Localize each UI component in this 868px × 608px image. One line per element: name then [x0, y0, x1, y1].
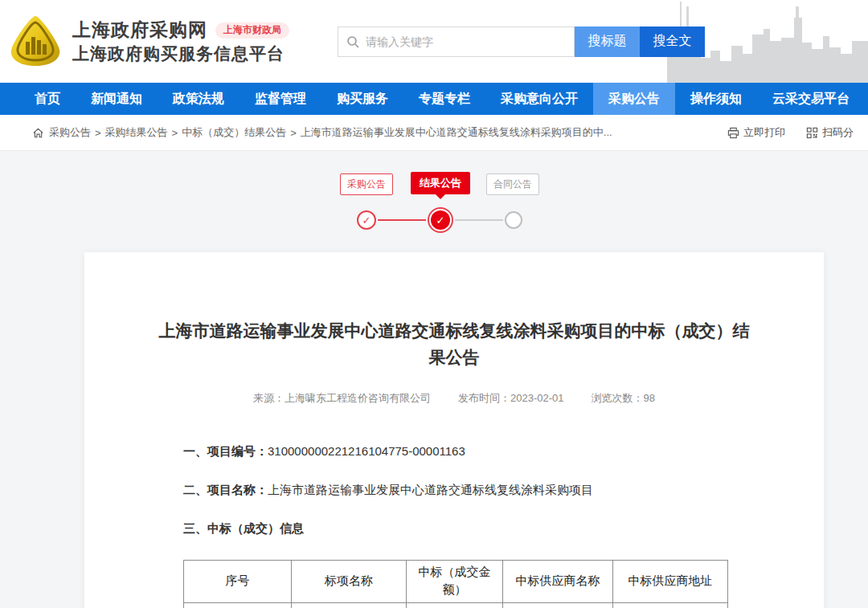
col-header-supplier-address: 中标供应商地址	[613, 561, 728, 603]
nav-item-intent[interactable]: 采购意向公开	[485, 83, 593, 115]
meta-time-label: 发布时间：	[458, 392, 510, 404]
cell-item-name: 道路交通标线复划涂料采购（普通溶剂型）	[292, 602, 407, 608]
search-fulltext-button[interactable]: 搜全文	[640, 27, 705, 57]
meta-publish-time: 发布时间：2023-02-01	[458, 391, 564, 406]
table-header-row: 序号 标项名称 中标（成交金额） 中标供应商名称 中标供应商地址	[184, 561, 728, 603]
table-row: 1 道路交通标线复划涂料采购（普通溶剂型） 7380720.00元 天途路业集团…	[184, 602, 728, 608]
section-value: 上海市道路运输事业发展中心道路交通标线复线涂料采购项目	[268, 483, 593, 496]
crumb-announcements[interactable]: 采购公告	[49, 125, 91, 140]
col-header-amount: 中标（成交金额）	[407, 561, 503, 603]
meta-views: 浏览次数：98	[592, 391, 655, 406]
article-meta: 来源：上海啸东工程造价咨询有限公司 发布时间：2023-02-01 浏览次数：9…	[84, 391, 824, 406]
nav-item-guide[interactable]: 操作须知	[675, 83, 757, 115]
site-logo-icon	[6, 13, 64, 71]
section-project-name: 二、项目名称：上海市道路运输事业发展中心道路交通标线复线涂料采购项目	[183, 483, 824, 498]
main-nav: 首页 新闻通知 政策法规 监督管理 购买服务 专题专栏 采购意向公开 采购公告 …	[0, 83, 868, 115]
cell-supplier: 天途路业集团有限公司	[503, 602, 613, 608]
crumb-separator: >	[290, 127, 297, 139]
search-title-button[interactable]: 搜标题	[575, 27, 640, 57]
crumb-separator: >	[95, 127, 101, 139]
qr-share-label: 扫码分	[822, 125, 854, 140]
nav-item-cloud-trading[interactable]: 云采交易平台	[757, 83, 865, 115]
page-title: 上海市道路运输事业发展中心道路交通标线复线涂料采购项目的中标（成交）结果公告	[84, 318, 824, 370]
header-text: 中标供应商地址	[628, 573, 713, 590]
col-header-index: 序号	[184, 561, 292, 603]
section-label: 三、中标（成交）信息	[183, 521, 304, 535]
meta-source-value: 上海啸东工程造价咨询有限公司	[285, 392, 431, 404]
printer-icon	[727, 127, 739, 139]
steps-track: ✓ ✓	[338, 207, 530, 233]
section-award-info: 三、中标（成交）信息	[183, 521, 824, 537]
breadcrumb-bar: 采购公告 > 采购结果公告 > 中标（成交）结果公告 > 上海市道路运输事业发展…	[0, 115, 868, 151]
header-text: 中标供应商名称	[516, 573, 600, 590]
section-label: 一、项目编号：	[183, 444, 268, 458]
search-icon	[346, 35, 359, 48]
meta-views-label: 浏览次数：	[592, 392, 644, 404]
section-project-number: 一、项目编号：310000000221216104775-00001163	[183, 444, 824, 459]
crumb-separator: >	[172, 127, 178, 139]
site-title-block: 上海政府采购网 上海市财政局 上海政府购买服务信息平台	[72, 18, 289, 64]
step-circle-pending-icon	[505, 211, 522, 229]
qr-share-button[interactable]: 扫码分	[806, 125, 854, 140]
step-circle-done-icon: ✓	[357, 210, 376, 230]
crumb-result-announcements[interactable]: 采购结果公告	[105, 125, 168, 140]
article-sections: 一、项目编号：310000000221216104775-00001163 二、…	[183, 444, 824, 537]
section-value: 310000000221216104775-00001163	[268, 444, 465, 458]
nav-item-policy[interactable]: 政策法规	[158, 83, 240, 115]
meta-source: 来源：上海啸东工程造价咨询有限公司	[253, 391, 431, 406]
nav-item-special[interactable]: 专题专栏	[403, 83, 485, 115]
search-input[interactable]	[366, 35, 566, 48]
announcement-card: 上海市道路运输事业发展中心道路交通标线复线涂料采购项目的中标（成交）结果公告 来…	[84, 252, 824, 608]
authority-badge: 上海市财政局	[215, 22, 289, 39]
qr-code-icon	[806, 127, 818, 139]
check-icon: ✓	[431, 210, 450, 230]
award-result-table: 序号 标项名称 中标（成交金额） 中标供应商名称 中标供应商地址 1 道路交通标…	[183, 560, 728, 608]
home-icon	[32, 127, 44, 139]
col-header-supplier: 中标供应商名称	[503, 561, 613, 603]
step-connector-red	[378, 219, 426, 221]
site-header: 上海政府采购网 上海市财政局 上海政府购买服务信息平台 搜标题 搜全文	[0, 0, 868, 83]
step-label-procurement[interactable]: 采购公告	[340, 173, 393, 195]
meta-views-value: 98	[644, 392, 655, 404]
print-button[interactable]: 立即打印	[727, 125, 785, 140]
crumb-current-page: 上海市道路运输事业发展中心道路交通标线复线涂料采购项目的中...	[301, 125, 612, 140]
cell-amount: 7380720.00元	[407, 602, 503, 608]
nav-item-purchase-service[interactable]: 购买服务	[321, 83, 403, 115]
nav-item-announcements[interactable]: 采购公告	[593, 83, 675, 115]
print-label: 立即打印	[743, 125, 785, 140]
step-connector-gray	[455, 219, 503, 221]
search-bar: 搜标题 搜全文	[338, 27, 705, 57]
nav-item-home[interactable]: 首页	[19, 83, 76, 115]
meta-time-value: 2023-02-01	[510, 392, 564, 404]
cell-index: 1	[184, 602, 292, 608]
announcement-steps: 采购公告 结果公告 合同公告 ✓ ✓	[338, 172, 530, 238]
nav-item-news[interactable]: 新闻通知	[76, 83, 158, 115]
header-text: 标项名称	[325, 573, 373, 590]
step-circle-current-icon: ✓	[428, 207, 453, 233]
step-label-result[interactable]: 结果公告	[411, 172, 470, 194]
breadcrumb: 采购公告 > 采购结果公告 > 中标（成交）结果公告 > 上海市道路运输事业发展…	[32, 125, 706, 140]
site-subtitle: 上海政府购买服务信息平台	[72, 43, 289, 64]
crumb-award-result[interactable]: 中标（成交）结果公告	[182, 125, 286, 140]
meta-source-label: 来源：	[253, 392, 285, 404]
cell-supplier-address: 河南省新郑市薛店镇神州路东天途路南	[613, 602, 728, 608]
header-text: 中标（成交金额）	[415, 564, 494, 599]
section-label: 二、项目名称：	[183, 483, 268, 496]
col-header-item-name: 标项名称	[292, 561, 407, 603]
site-name: 上海政府采购网	[72, 18, 207, 43]
step-label-contract[interactable]: 合同公告	[486, 173, 539, 195]
nav-item-supervision[interactable]: 监督管理	[240, 83, 321, 115]
